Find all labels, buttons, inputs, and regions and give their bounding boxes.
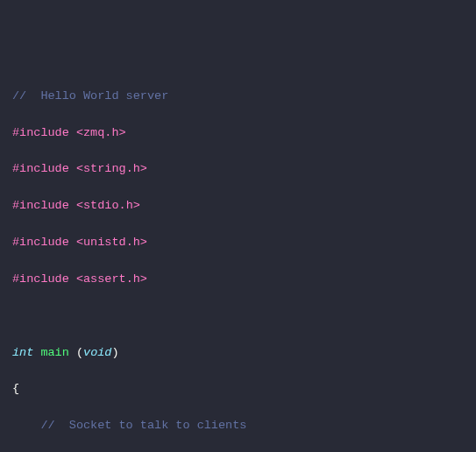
directive: #include: [12, 126, 69, 139]
directive: #include: [12, 162, 69, 175]
code-line-include: #include <zmq.h>: [12, 124, 464, 143]
header: <zmq.h>: [76, 126, 126, 139]
code-line-include: #include <assert.h>: [12, 271, 464, 289]
directive: #include: [12, 236, 69, 249]
directive: #include: [12, 199, 69, 212]
code-line-main-sig: int main (void): [12, 344, 464, 363]
header: <assert.h>: [76, 272, 147, 286]
comment-text: // Socket to talk to clients: [40, 419, 246, 432]
code-line-comment: // Socket to talk to clients: [12, 417, 464, 435]
type: int: [12, 346, 33, 359]
header: <string.h>: [76, 162, 147, 175]
directive: #include: [12, 272, 69, 286]
code-line-include: #include <string.h>: [12, 160, 464, 179]
header: <unistd.h>: [76, 236, 147, 249]
param-type: void: [83, 346, 111, 359]
fn-name: main: [40, 346, 68, 359]
header: <stdio.h>: [76, 199, 140, 212]
code-line-brace: {: [12, 380, 464, 399]
code-line-include: #include <unistd.h>: [12, 234, 464, 252]
comment-text: // Hello World server: [12, 89, 168, 102]
code-line-include: #include <stdio.h>: [12, 197, 464, 215]
code-line-blank: [12, 307, 464, 326]
code-line-comment: // Hello World server: [12, 88, 464, 106]
